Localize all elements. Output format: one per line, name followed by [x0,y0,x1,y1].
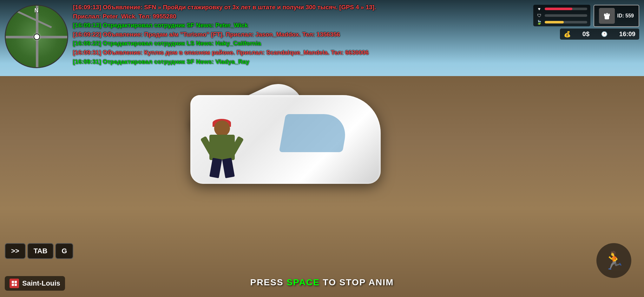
chat-message: [16:09:22] Объявление: Продам а/м "Turis… [73,30,390,39]
svg-rect-7 [15,284,17,286]
game-viewport: N [16:09:13] Объявление: SFN » Пройди ст… [0,0,644,297]
hud-top-right: ♥ 🛡 🍃 [533,5,639,40]
char-head [214,120,230,136]
chat-message: [16:09:13] Объявление: SFN » Пройди стаж… [73,3,390,12]
char-leg-right [222,158,235,178]
money-icon: 💰 [564,31,571,38]
location-display: Saint-Louis [5,276,65,291]
svg-rect-2 [606,13,608,16]
quick-action-buttons: >> TAB G [5,243,73,259]
hud-health-row: ♥ [536,6,587,11]
minimap-bg: N [6,6,67,67]
stamina-bar [545,21,587,23]
clock-icon: 🕐 [601,31,608,37]
hint-action: TO STOP ANIM [320,277,394,287]
money-value: 0$ [582,30,589,38]
char-body [209,135,235,160]
char-legs [209,158,235,178]
svg-rect-5 [15,281,17,283]
g-button[interactable]: G [55,243,73,259]
car-windshield [279,114,349,152]
svg-rect-6 [12,284,14,286]
location-icon [10,279,19,288]
breath-icon: 🍃 [536,20,542,25]
hud-stats-panel: ♥ 🛡 🍃 [533,5,590,26]
heart-icon: ♥ [536,6,542,11]
time-value: 16:09 [619,30,635,38]
stamina-bar-fill [545,21,564,23]
action-hint: PRESS SPACE TO STOP ANIM [250,277,394,287]
health-bar [545,8,587,10]
hud-armor-row: 🛡 [536,13,587,18]
char-leg-left [209,158,222,178]
chat-message: Прислал: Peter_Wick. Тел: 9955280 [73,12,390,21]
hud-player-id-box: ID: 559 [594,5,639,27]
chat-message: [16:09:13] Отредактировал сотрудник SF N… [73,21,390,30]
player-id-label: ID: 559 [617,13,634,19]
chat-window: [16:09:13] Объявление: SFN » Пройди стаж… [73,3,390,67]
chat-message: [16:09:22] Отредактировал сотрудник LS N… [73,39,390,48]
health-bar-fill [545,8,572,10]
minimap: N [5,5,68,68]
hint-press: PRESS [250,277,287,287]
hint-key: SPACE [286,277,319,287]
svg-rect-1 [604,14,606,16]
hud-stamina-row: 🍃 [536,20,587,25]
player-avatar [599,8,615,24]
location-name: Saint-Louis [22,279,60,287]
minimap-player-dot [34,34,40,40]
run-button[interactable]: 🏃 [596,243,631,278]
armor-bar [545,14,587,17]
run-icon: 🏃 [603,250,625,271]
chat-message: [16:09:31] Отредактировал сотрудник SF N… [73,58,390,66]
shield-icon: 🛡 [536,13,542,18]
tab-button[interactable]: TAB [27,243,54,259]
svg-rect-4 [12,281,14,283]
chat-message: [16:09:31] Объявление: Куплю дом в опасн… [73,48,390,57]
hud-money-time-bar: 💰 0$ 🕐 16:09 [560,29,639,40]
svg-rect-3 [608,14,610,16]
forward-button[interactable]: >> [5,243,26,259]
player-character [203,120,241,178]
minimap-north-label: N [35,7,39,14]
